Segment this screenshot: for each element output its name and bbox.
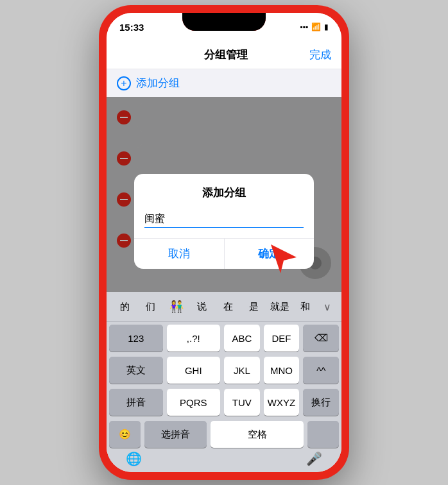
signal-icon: ▪▪▪: [300, 22, 308, 31]
wifi-icon: 📶: [311, 22, 321, 31]
key-empty: [307, 421, 339, 448]
suggestions-bar: 的 们 👫 说 在 是 就是 和 ∨: [107, 292, 341, 322]
key-select-pinyin[interactable]: 选拼音: [144, 421, 207, 448]
key-row-3: 拼音 PQRS TUV WXYZ 换行: [109, 389, 339, 416]
mic-icon[interactable]: 🎤: [306, 451, 322, 466]
key-row-4: 😊 选拼音 空格: [109, 421, 339, 448]
key-english[interactable]: 英文: [109, 357, 163, 384]
app-area: 添加分组 取消 确定: [107, 97, 341, 292]
key-123[interactable]: 123: [109, 325, 163, 352]
key-pinyin[interactable]: 拼音: [109, 389, 163, 416]
status-icons: ▪▪▪ 📶 ▮: [300, 22, 329, 31]
suggestion-shi[interactable]: 是: [241, 298, 266, 316]
key-wxyz[interactable]: WXYZ: [264, 389, 300, 416]
key-def[interactable]: DEF: [264, 325, 300, 352]
dialog-title: 添加分组: [134, 174, 314, 205]
keyboard-rows: 123 ,.?! ABC DEF ⌫ 英文 GHI JKL MNO ^^: [107, 322, 341, 448]
svg-marker-1: [271, 244, 297, 273]
nav-title: 分组管理: [204, 47, 248, 62]
key-jkl[interactable]: JKL: [224, 357, 260, 384]
key-emoji[interactable]: 😊: [109, 421, 141, 448]
cancel-button[interactable]: 取消: [134, 239, 225, 269]
suggestion-he[interactable]: 和: [293, 298, 318, 316]
home-indicator-area: 🌐 🎤: [107, 448, 341, 470]
key-pqrs[interactable]: PQRS: [167, 389, 221, 416]
key-up[interactable]: ^^: [303, 357, 339, 384]
nav-bar: 分组管理 完成: [107, 41, 341, 69]
key-row-2: 英文 GHI JKL MNO ^^: [109, 357, 339, 384]
expand-icon[interactable]: ∨: [318, 298, 336, 316]
key-mno[interactable]: MNO: [264, 357, 300, 384]
key-abc[interactable]: ABC: [224, 325, 260, 352]
key-return[interactable]: 换行: [303, 389, 339, 416]
key-ghi[interactable]: GHI: [167, 357, 221, 384]
phone-frame: 15:33 ▪▪▪ 📶 ▮ 分组管理 完成 + 添加分组: [99, 5, 349, 480]
dialog-input[interactable]: [144, 210, 304, 228]
suggestion-men[interactable]: 们: [137, 298, 163, 316]
battery-icon: ▮: [324, 22, 329, 31]
key-row-1: 123 ,.?! ABC DEF ⌫: [109, 325, 339, 352]
phone-screen: 15:33 ▪▪▪ 📶 ▮ 分组管理 完成 + 添加分组: [107, 13, 341, 472]
suggestion-emoji[interactable]: 👫: [164, 297, 189, 316]
done-button[interactable]: 完成: [309, 47, 331, 62]
suggestion-shuo[interactable]: 说: [189, 298, 215, 316]
dialog-overlay: 添加分组 取消 确定: [107, 97, 341, 292]
key-space[interactable]: 空格: [211, 421, 304, 448]
main-content: + 添加分组: [107, 69, 341, 472]
add-group-label: 添加分组: [136, 76, 180, 90]
add-group-icon: +: [117, 76, 131, 90]
status-time: 15:33: [119, 22, 144, 33]
key-punctuation[interactable]: ,.?!: [167, 325, 221, 352]
suggestion-zai[interactable]: 在: [215, 298, 241, 316]
add-group-row[interactable]: + 添加分组: [107, 69, 341, 97]
arrow-pointer: [264, 238, 303, 279]
key-tuv[interactable]: TUV: [224, 389, 260, 416]
suggestion-jiushi[interactable]: 就是: [267, 298, 293, 316]
notch: [182, 13, 266, 31]
key-delete[interactable]: ⌫: [303, 325, 339, 352]
dialog-input-area: [134, 205, 314, 238]
keyboard-area: 的 们 👫 说 在 是 就是 和 ∨ 123 ,.?! ABC: [107, 292, 341, 472]
suggestion-de[interactable]: 的: [112, 298, 137, 316]
globe-icon[interactable]: 🌐: [126, 451, 142, 466]
